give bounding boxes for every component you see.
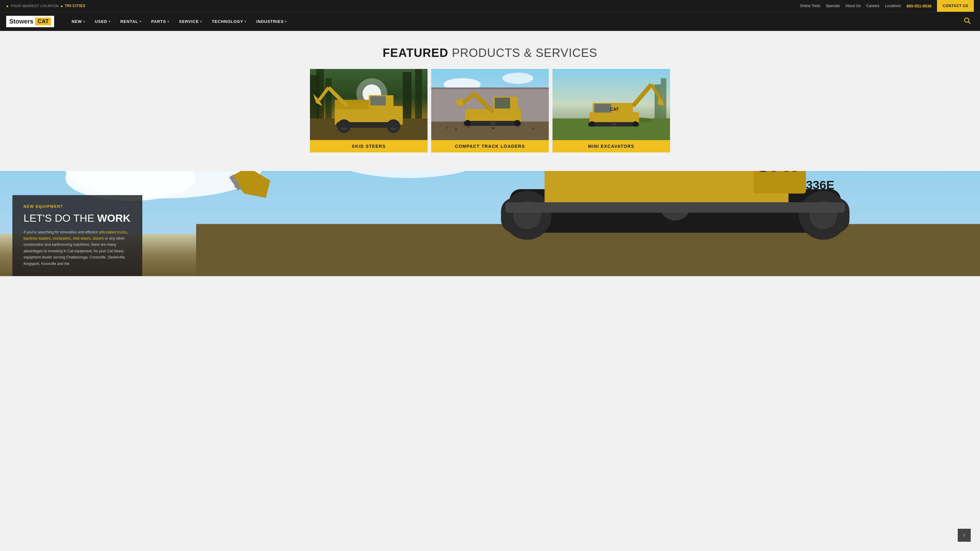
excavators-link[interactable]: excavators <box>53 236 71 241</box>
top-bar: ● YOUR NEAREST LOCATION ● TRI-CITIES Onl… <box>0 0 980 12</box>
product-card-compact-track[interactable]: COMPACT TRACK LOADERS <box>431 69 549 152</box>
logo-text: Stowers <box>9 18 33 25</box>
nav-industries-chevron: ▾ <box>285 20 287 23</box>
nav-used[interactable]: USED ▾ <box>90 12 115 31</box>
main-nav: NEW ▾ USED ▾ RENTAL ▾ PARTS ▾ SERVICE ▾ … <box>67 12 974 31</box>
svg-rect-37 <box>495 98 510 108</box>
svg-rect-14 <box>370 96 386 105</box>
product-grid: SKID STEERS <box>304 69 676 152</box>
svg-point-32 <box>492 127 494 130</box>
svg-rect-27 <box>431 87 549 89</box>
nav-service-chevron: ▾ <box>200 20 202 23</box>
skid-steers-label: SKID STEERS <box>310 140 428 152</box>
svg-point-60 <box>612 122 617 126</box>
nav-rental[interactable]: RENTAL ▾ <box>115 12 146 31</box>
location-label: YOUR NEAREST LOCATION <box>11 4 59 8</box>
mini-excavator-label: MINI EXCAVATORS <box>552 140 670 152</box>
featured-title: FEATURED PRODUCTS & SERVICES <box>13 46 967 60</box>
backhoe-loaders-link[interactable]: backhoe loaders <box>24 236 51 241</box>
product-card-mini-excavator[interactable]: CAT MINI EXCAVATORS <box>552 69 670 152</box>
skid-steers-image <box>310 69 428 140</box>
svg-rect-22 <box>336 122 398 128</box>
compact-track-label: COMPACT TRACK LOADERS <box>431 140 549 152</box>
nav-technology-chevron: ▾ <box>244 20 246 23</box>
articulated-trucks-link[interactable]: articulated trucks <box>99 230 127 234</box>
nav-technology[interactable]: TECHNOLOGY ▾ <box>207 12 251 31</box>
compact-track-image <box>431 69 549 140</box>
svg-point-44 <box>491 121 496 125</box>
contact-us-button[interactable]: CONTACT US <box>937 0 974 12</box>
main-content: FEATURED PRODUCTS & SERVICES <box>0 31 980 276</box>
svg-point-30 <box>455 128 457 130</box>
svg-rect-76 <box>544 171 788 206</box>
svg-point-25 <box>503 73 533 84</box>
header: Stowers CAT NEW ▾ USED ▾ RENTAL ▾ PARTS … <box>0 12 980 31</box>
dozers-link[interactable]: dozers <box>92 236 103 241</box>
featured-section: FEATURED PRODUCTS & SERVICES <box>0 31 980 171</box>
location-value[interactable]: TRI-CITIES <box>65 4 85 8</box>
location-group: ● YOUR NEAREST LOCATION ● TRI-CITIES <box>6 4 85 8</box>
nav-new[interactable]: NEW ▾ <box>67 12 90 31</box>
featured-title-light: PRODUCTS & SERVICES <box>452 46 597 59</box>
lower-hero: CAT 336E NEW EQUIPMENT <box>0 171 980 276</box>
svg-rect-89 <box>505 202 845 213</box>
logo[interactable]: Stowers CAT <box>6 16 54 27</box>
search-icon[interactable] <box>961 17 974 25</box>
svg-text:336E: 336E <box>806 178 834 191</box>
nav-rental-chevron: ▾ <box>140 20 142 23</box>
svg-point-43 <box>514 120 520 126</box>
svg-point-34 <box>532 128 534 130</box>
featured-title-bold: FEATURED <box>383 46 448 59</box>
skid-steers-link[interactable]: skid steers <box>73 236 90 241</box>
svg-line-1 <box>969 22 970 24</box>
pin-icon: ● <box>6 4 9 8</box>
online-tools-link[interactable]: Online Tools <box>800 4 820 8</box>
svg-point-42 <box>465 120 471 126</box>
about-us-link[interactable]: About Us <box>845 4 861 8</box>
nav-industries[interactable]: INDUSTRIES ▾ <box>251 12 292 31</box>
nav-parts[interactable]: PARTS ▾ <box>146 12 174 31</box>
svg-point-59 <box>633 121 638 127</box>
svg-point-29 <box>445 127 448 129</box>
product-card-skid-steers[interactable]: SKID STEERS <box>310 69 428 152</box>
svg-text:CAT: CAT <box>610 107 619 112</box>
hero-text-box: NEW EQUIPMENT LET'S DO THE WORK If you'r… <box>13 195 142 276</box>
hero-headline: LET'S DO THE WORK <box>24 213 131 224</box>
nav-used-chevron: ▾ <box>108 20 110 23</box>
svg-point-58 <box>589 121 595 127</box>
nav-parts-chevron: ▾ <box>167 20 169 23</box>
locations-link[interactable]: Locations <box>885 4 901 8</box>
hero-sub-label: NEW EQUIPMENT <box>24 204 131 209</box>
nav-service[interactable]: SERVICE ▾ <box>174 12 207 31</box>
svg-rect-52 <box>594 104 611 113</box>
svg-text:CAT: CAT <box>754 171 802 177</box>
excavator-background-image: CAT 336E <box>196 171 980 276</box>
careers-link[interactable]: Careers <box>866 4 880 8</box>
mini-excavator-image: CAT <box>552 69 670 140</box>
tri-cities-pin-icon: ● <box>60 4 63 8</box>
hero-body: If you're searching for innovative and e… <box>24 229 131 267</box>
logo-cat: CAT <box>35 17 51 25</box>
phone-number[interactable]: 865-551-0036 <box>906 4 931 8</box>
nav-new-chevron: ▾ <box>83 20 85 23</box>
specials-link[interactable]: Specials <box>826 4 840 8</box>
